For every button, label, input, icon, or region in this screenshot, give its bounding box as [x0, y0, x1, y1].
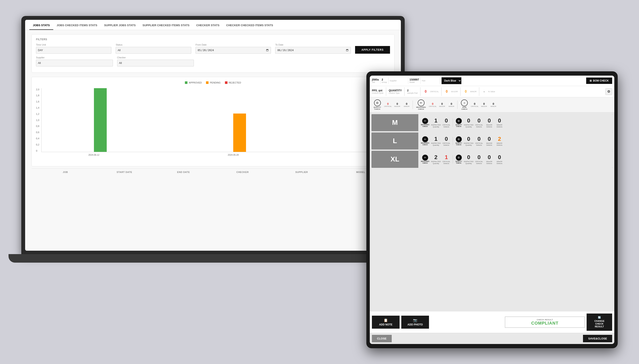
filter-supplier-group: Supplier All	[36, 56, 113, 66]
m-qc-critical-label: CRITICALDefects	[475, 124, 483, 128]
xl-measures-icon-group: ✏ MEASURESCHECK	[420, 154, 430, 165]
m-inspected-label: INSPECTEDQuantity	[431, 124, 441, 128]
chart-plot: 2024-06-12 2024-05-28	[41, 88, 390, 152]
sub-major-field: MAJOR	[451, 90, 458, 93]
mc-major-label: MAJOR	[439, 106, 445, 107]
add-photo-button[interactable]: 📷 ADD PHOTO	[401, 316, 429, 329]
y-label-06: 0,6	[36, 131, 39, 134]
tab-checker-stats[interactable]: CHECKER STATS	[193, 21, 223, 30]
color-select-wrapper: Dark Blue	[442, 77, 461, 84]
xl-qc-major-label: MAJORDefects	[486, 160, 492, 164]
add-photo-label: ADD PHOTO	[408, 323, 423, 326]
tab-supplier-jobs[interactable]: SUPPLIER JOBS STATS	[101, 21, 139, 30]
xl-quality-check-icon: ⚙	[456, 155, 462, 160]
model-field: 1S0897 Model	[410, 78, 419, 83]
filter-status-select[interactable]: All	[116, 47, 191, 54]
save-close-button[interactable]: SAVE&CLOSE	[583, 335, 612, 342]
apply-filters-button[interactable]: APPLY FILTERS	[355, 46, 390, 54]
filters-row-2: Supplier All Checker All	[36, 56, 390, 66]
sub-critical-field: CRITICAL	[430, 90, 439, 93]
m-qc-inspected: 0	[465, 117, 472, 124]
y-label-08: 0,8	[36, 125, 39, 127]
check-result-box: CHECK RESULT COMPLIANT	[505, 316, 585, 328]
tablet-bottom: 📋 ADD NOTE 📷 ADD PHOTO CHECK RESULT COMP…	[370, 311, 614, 333]
l-quality-check-text: QUALITYCHECK	[456, 142, 462, 146]
add-note-button[interactable]: 📋 ADD NOTE	[372, 316, 400, 329]
y-label-20: 2,0	[36, 88, 39, 91]
bom-check-icon: ⊞	[590, 79, 592, 82]
xl-qc-minor-label: MINORDefects	[496, 160, 502, 164]
quality-check-icon: ⚙	[374, 100, 381, 106]
change-result-label: CHANGECHECKRESULT	[594, 320, 604, 328]
mc-minor-label: MINOR	[448, 106, 454, 107]
tab-checker-checked[interactable]: CHECKER CHECKED ITEMS STATS	[223, 21, 276, 30]
m-qc-minor: 0	[496, 117, 503, 124]
l-inspected-label: INSPECTEDQuantity	[431, 142, 441, 146]
close-button[interactable]: CLOSE	[372, 335, 392, 342]
group-label: Group	[382, 81, 387, 83]
tab-jobs-stats[interactable]: JOBS STATS	[30, 21, 53, 30]
check-icons-row: ⚙ QUALITYCHECK 0 CRITICAL 0 MAJOR 0 MINO…	[370, 97, 614, 112]
control-cycle-label: Control Cycle	[372, 92, 384, 94]
xl-quality-check-text: QUALITYCHECK	[456, 160, 462, 164]
xl-mc-critical-group: 1 CRITICALDefects	[442, 154, 451, 164]
m-qc-minor-label: MINORDefects	[496, 124, 502, 128]
filter-from-date-input[interactable]	[196, 47, 271, 54]
filter-empty-1	[198, 56, 275, 66]
bc-major-value: 0	[483, 102, 485, 106]
control-type-field: QUANTITY Control Type	[389, 89, 402, 94]
qc-major-group: 0 MAJOR	[393, 102, 402, 107]
bc-critical-group: 0 CRITICAL	[470, 102, 479, 107]
l-qc-major-group: 0 MAJORDefects	[484, 136, 494, 146]
m-qc-major: 0	[486, 117, 493, 124]
bc-critical-value: 0	[474, 102, 476, 106]
tab-jobs-checked[interactable]: JOBS CHECKED ITEMS STATS	[53, 21, 101, 30]
change-result-button[interactable]: 🔄 CHANGECHECKRESULT	[586, 314, 612, 331]
bc-minor-value: 0	[493, 102, 494, 106]
size-row-m: M ✏ MEASURESCHECK 1 INSPECTEDQuantity	[372, 114, 612, 131]
filter-supplier-select[interactable]: All	[36, 60, 113, 66]
tab-supplier-checked[interactable]: SUPPLIER CHECKED ITEMS STATS	[139, 21, 193, 30]
quality-check-group: ⚙ QUALITYCHECK	[372, 98, 383, 111]
settings-button[interactable]: ⚙	[605, 88, 612, 95]
sub-percent-label: % Value	[488, 90, 495, 93]
sub-minor-label: MINOR	[470, 90, 476, 93]
filter-checker-select[interactable]: All	[117, 60, 194, 66]
m-quality-check-text: QUALITYCHECK	[456, 124, 462, 127]
filter-time-unit-select[interactable]: DAY	[36, 47, 112, 54]
qc-critical-label: CRITICAL	[384, 106, 392, 107]
filter-to-date-input[interactable]	[275, 47, 350, 54]
l-qc-critical-label: CRITICALDefects	[475, 142, 483, 146]
group-field: 2 Group	[382, 78, 387, 83]
model-value: 1S0897	[410, 78, 419, 81]
bom-check-icon-circle: ≡	[461, 100, 468, 106]
xl-qc-major-group: 0 MAJORDefects	[484, 154, 494, 164]
control-type-value: QUANTITY	[389, 89, 402, 92]
sub-divider-2	[404, 87, 404, 96]
measures-check-label: MEASURESCHECK	[416, 106, 426, 110]
y-label-04: 0,4	[36, 137, 39, 140]
qc-critical-value: 0	[387, 102, 388, 106]
color-select[interactable]: Dark Blue	[442, 77, 461, 84]
y-label-02: 0,2	[36, 143, 39, 146]
job-field: j580a Job	[372, 78, 379, 83]
divider-5	[440, 78, 440, 84]
sample-part-label: Sample Part	[407, 92, 418, 94]
supplier-field: Supplier	[390, 80, 407, 82]
bar-label-2024-06-12: 2024-06-12	[88, 154, 99, 156]
m-qc-major-label: MAJORDefects	[486, 124, 492, 128]
bc-minor-group: 0 MINOR	[489, 102, 498, 107]
l-qc-minor-label: MINORDefects	[496, 142, 502, 146]
bar-2024-06-12: 2024-06-12	[94, 88, 107, 152]
filter-empty-2	[279, 56, 356, 66]
xl-qc-inspected: 0	[465, 154, 472, 160]
bc-critical-label: CRITICAL	[471, 106, 478, 107]
m-quality-check-icon: ⚙	[456, 118, 462, 124]
bom-check-button[interactable]: ⊞ BOM CHECK	[586, 78, 612, 84]
legend-approved: APPROVED	[185, 81, 202, 84]
laptop: JOBS STATS JOBS CHECKED ITEMS STATS SUPP…	[21, 16, 405, 272]
sub-minor-field: MINOR	[470, 90, 476, 93]
filters-section: FILTERS Time Unit DAY Status	[32, 34, 394, 73]
laptop-screen: JOBS STATS JOBS CHECKED ITEMS STATS SUPP…	[25, 20, 401, 251]
m-divider	[452, 118, 453, 127]
